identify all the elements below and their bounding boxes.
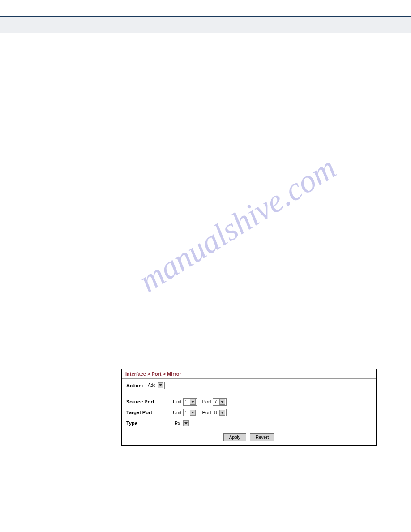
action-label: Action: xyxy=(126,383,143,388)
source-unit-value: 1 xyxy=(184,399,189,404)
target-port-row: Target Port Unit 1 Port 8 xyxy=(126,408,372,417)
source-port-value: 7 xyxy=(214,399,218,404)
source-port-port-label: Port xyxy=(202,399,211,404)
watermark-text: manualshive.com xyxy=(133,149,343,300)
action-select[interactable]: Add xyxy=(146,382,165,389)
svg-marker-1 xyxy=(191,401,194,403)
source-port-select[interactable]: 7 xyxy=(213,398,227,406)
svg-marker-2 xyxy=(221,401,224,403)
svg-marker-3 xyxy=(191,412,194,414)
breadcrumb: Interface > Port > Mirror xyxy=(122,369,376,379)
chevron-down-icon xyxy=(158,382,163,388)
source-unit-select[interactable]: 1 xyxy=(183,398,197,406)
type-row: Type Rx xyxy=(126,418,372,428)
revert-button[interactable]: Revert xyxy=(250,433,274,441)
target-unit-label: Unit xyxy=(173,410,182,415)
target-port-value: 8 xyxy=(214,410,218,415)
target-unit-select[interactable]: 1 xyxy=(183,409,197,416)
chevron-down-icon xyxy=(190,410,196,416)
chevron-down-icon xyxy=(190,399,196,405)
svg-marker-0 xyxy=(159,384,162,386)
svg-marker-4 xyxy=(221,412,224,414)
action-row: Action: Add xyxy=(122,379,376,393)
fields-section: Source Port Unit 1 Port 7 Target Port Un… xyxy=(122,393,376,431)
source-unit-label: Unit xyxy=(173,399,182,404)
mirror-config-panel: Interface > Port > Mirror Action: Add So… xyxy=(121,369,377,446)
type-value: Rx xyxy=(174,421,182,426)
chevron-down-icon xyxy=(219,410,225,416)
button-row: Apply Revert xyxy=(122,431,376,445)
chevron-down-icon xyxy=(183,420,189,426)
type-label: Type xyxy=(126,420,173,426)
action-select-value: Add xyxy=(147,383,157,388)
target-unit-value: 1 xyxy=(184,410,189,415)
apply-button[interactable]: Apply xyxy=(223,433,246,441)
type-select[interactable]: Rx xyxy=(173,420,190,427)
header-bar xyxy=(0,16,411,33)
target-port-label: Target Port xyxy=(126,410,173,415)
chevron-down-icon xyxy=(219,399,225,405)
target-port-port-label: Port xyxy=(202,410,211,415)
target-port-select[interactable]: 8 xyxy=(213,409,227,416)
source-port-label: Source Port xyxy=(126,399,173,404)
svg-marker-5 xyxy=(184,422,188,425)
source-port-row: Source Port Unit 1 Port 7 xyxy=(126,397,372,407)
